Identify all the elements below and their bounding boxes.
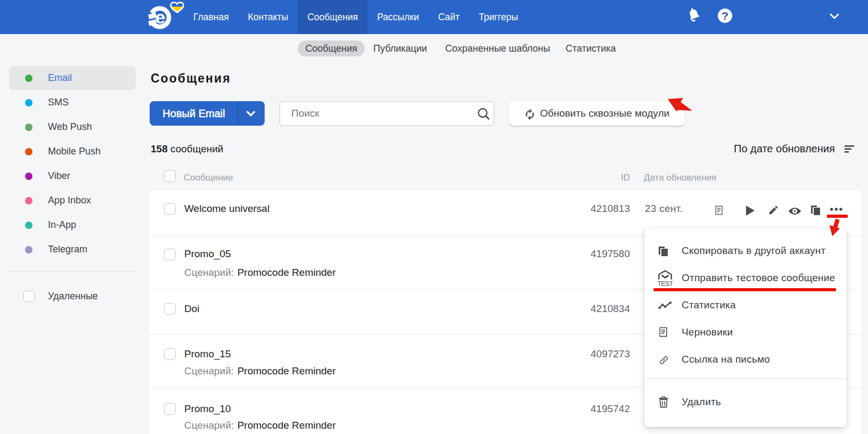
svg-text:TEST: TEST [658, 280, 673, 287]
svg-text:e: e [155, 7, 166, 27]
